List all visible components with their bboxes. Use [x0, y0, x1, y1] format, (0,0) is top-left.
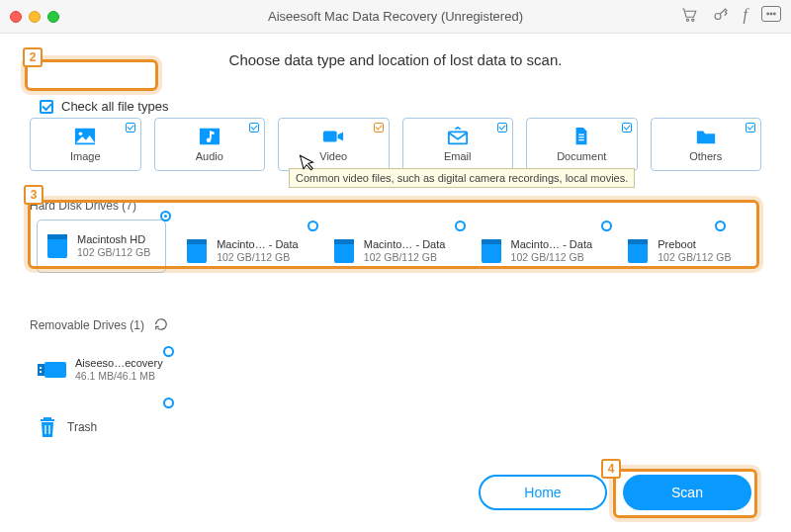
svg-point-5 [774, 13, 776, 15]
svg-rect-23 [44, 362, 66, 378]
svg-point-9 [207, 137, 212, 142]
hdd-section-label: Hard Disk Drives (7) [30, 199, 136, 213]
drive-name: Preboot [658, 237, 731, 251]
radio-unselected-icon [601, 221, 612, 231]
file-type-image[interactable]: Image [30, 118, 141, 171]
file-type-label: Document [557, 150, 606, 162]
cart-icon[interactable] [680, 6, 698, 27]
removable-section-label: Removable Drives (1) [30, 318, 144, 332]
hdd-section-title: Hard Disk Drives (7) [30, 199, 761, 213]
svg-rect-15 [187, 239, 207, 244]
video-icon [322, 127, 344, 146]
checkbox-checked-icon [622, 123, 632, 133]
svg-point-3 [767, 13, 769, 15]
check-all-label: Check all file types [61, 99, 168, 114]
file-type-label: Video [319, 150, 347, 162]
close-window-button[interactable] [10, 11, 22, 23]
svg-rect-21 [628, 239, 648, 244]
removable-drives-list: Aiseeso…ecovery46.1 MB/46.1 MB [30, 342, 761, 386]
radio-unselected-icon [308, 221, 318, 231]
svg-rect-24 [40, 367, 42, 369]
window-titlebar: Aiseesoft Mac Data Recovery (Unregistere… [0, 0, 791, 34]
drive-name: Macinto… - Data [217, 237, 299, 251]
drive-size: 102 GB/112 GB [364, 251, 446, 265]
drive-item[interactable]: Preboot102 GB/112 GB [626, 230, 753, 272]
drive-size: 102 GB/112 GB [77, 246, 150, 260]
drive-size: 102 GB/112 GB [217, 251, 299, 265]
file-type-label: Email [444, 150, 472, 162]
drive-item[interactable]: Macinto… - Data102 GB/112 GB [185, 230, 312, 272]
svg-point-7 [79, 132, 83, 135]
drive-item[interactable]: Macintosh HD102 GB/112 GB [38, 221, 165, 272]
svg-rect-25 [40, 371, 42, 373]
svg-point-1 [691, 19, 693, 21]
tooltip-video: Common video files, such as digital came… [289, 168, 635, 188]
file-type-label: Audio [196, 150, 223, 162]
key-icon[interactable] [712, 6, 730, 27]
hdd-icon [45, 233, 69, 259]
svg-rect-22 [38, 364, 44, 376]
drive-size: 102 GB/112 GB [658, 251, 731, 265]
radio-unselected-icon [715, 221, 726, 231]
instruction-text: Choose data type and location of lost da… [30, 51, 761, 68]
file-type-audio[interactable]: Audio [154, 118, 266, 171]
home-button[interactable]: Home [479, 475, 607, 510]
svg-rect-17 [334, 239, 354, 244]
image-icon [74, 127, 96, 146]
window-controls[interactable] [10, 11, 59, 23]
drive-name: Macintosh HD [77, 232, 150, 246]
file-type-document[interactable]: Document [526, 118, 638, 171]
file-type-grid: Image Audio Video Email Document Others [30, 118, 761, 171]
drive-item[interactable]: Macinto… - Data102 GB/112 GB [332, 230, 460, 272]
drive-name: Aiseeso…ecovery [75, 356, 163, 370]
svg-point-4 [770, 13, 772, 15]
hdd-icon [185, 238, 209, 264]
checkbox-checked-icon [746, 123, 755, 133]
facebook-icon[interactable]: f [744, 6, 747, 27]
svg-point-2 [715, 14, 721, 20]
drive-name: Macinto… - Data [364, 237, 446, 251]
usb-drive-icon [38, 360, 67, 380]
trash-icon [38, 415, 57, 439]
checkbox-checked-icon [374, 123, 384, 133]
hdd-apple-icon [332, 238, 356, 264]
scan-button[interactable]: Scan [623, 475, 751, 510]
file-type-email[interactable]: Email [402, 118, 514, 171]
folder-icon [695, 127, 717, 146]
checkbox-checked-icon [40, 100, 53, 114]
check-all-file-types[interactable]: Check all file types [30, 93, 178, 120]
svg-rect-10 [323, 132, 337, 142]
refresh-icon[interactable] [154, 317, 168, 334]
drive-item[interactable]: Macinto… - Data102 GB/112 GB [480, 230, 607, 272]
audio-icon [199, 127, 220, 146]
minimize-window-button[interactable] [29, 11, 41, 23]
svg-point-0 [686, 19, 688, 21]
file-type-others[interactable]: Others [651, 118, 762, 171]
drive-size: 102 GB/112 GB [511, 251, 593, 265]
trash-item[interactable]: Trash [30, 415, 761, 439]
svg-rect-19 [482, 239, 501, 244]
maximize-window-button[interactable] [47, 11, 59, 23]
trash-label: Trash [67, 420, 97, 434]
removable-section-title: Removable Drives (1) [30, 317, 761, 334]
hdd-icon [626, 238, 650, 264]
email-icon [447, 127, 469, 146]
checkbox-checked-icon [249, 123, 259, 133]
drive-size: 46.1 MB/46.1 MB [75, 370, 163, 384]
drive-name: Macinto… - Data [511, 237, 593, 251]
document-icon [571, 127, 592, 146]
radio-unselected-icon [163, 346, 174, 357]
hdd-icon [480, 238, 503, 264]
file-type-video[interactable]: Video [278, 118, 390, 171]
drive-item[interactable]: Aiseeso…ecovery46.1 MB/46.1 MB [38, 356, 168, 384]
radio-unselected-icon [455, 221, 466, 231]
radio-unselected-icon [163, 398, 174, 408]
file-type-label: Others [689, 150, 722, 162]
checkbox-checked-icon [126, 123, 135, 133]
hdd-drives-list: Macintosh HD102 GB/112 GB Macinto… - Dat… [30, 221, 761, 290]
window-title: Aiseesoft Mac Data Recovery (Unregistere… [268, 9, 523, 24]
file-type-label: Image [70, 150, 101, 162]
checkbox-checked-icon [497, 123, 507, 133]
radio-selected-icon [160, 211, 171, 222]
feedback-icon[interactable] [761, 6, 781, 22]
